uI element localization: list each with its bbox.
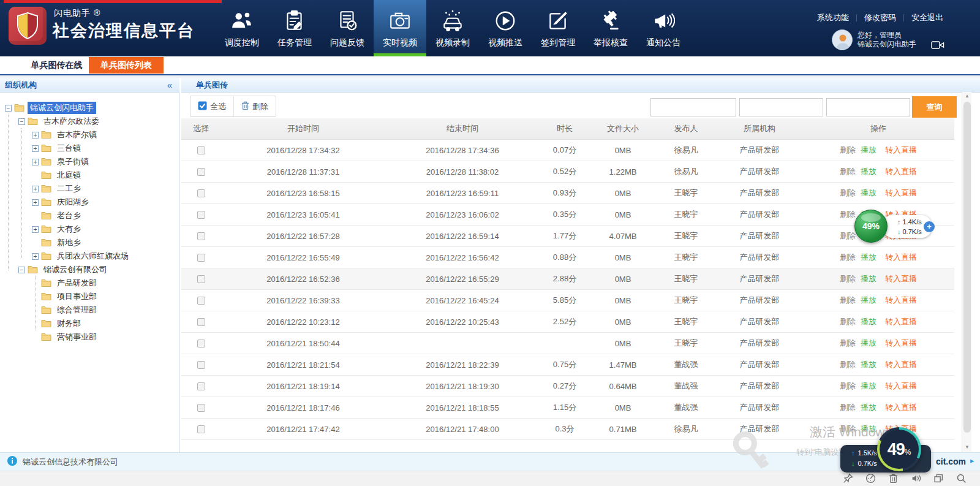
- tree-node[interactable]: +吉木萨尔镇: [32, 128, 99, 142]
- nav-item-play[interactable]: 视频推送: [479, 0, 532, 56]
- expand-node-icon[interactable]: +: [32, 226, 39, 233]
- action-delete-link[interactable]: 删除: [840, 295, 856, 305]
- action-delete-link[interactable]: 删除: [840, 188, 856, 197]
- tree-node-label[interactable]: 综合管理部: [55, 304, 99, 316]
- net-widget-percent-bubble[interactable]: 49%: [854, 210, 888, 243]
- action-to-live-link[interactable]: 转入直播: [885, 252, 917, 262]
- top-link-2[interactable]: 修改密码: [857, 12, 903, 23]
- expand-node-icon[interactable]: +: [32, 132, 39, 139]
- row-checkbox[interactable]: [197, 189, 205, 197]
- camcorder-icon[interactable]: [931, 40, 944, 52]
- action-to-live-link[interactable]: 转入直播: [885, 381, 917, 390]
- tree-node[interactable]: 产品研发部: [32, 276, 99, 290]
- expand-node-icon[interactable]: +: [32, 159, 39, 165]
- tree-node-label[interactable]: 兵团农六师红旗农场: [55, 250, 131, 262]
- tree-node[interactable]: +庆阳湖乡: [32, 196, 91, 209]
- action-to-live-link[interactable]: 转入直播: [885, 274, 917, 283]
- footer-copyright-domain[interactable]: cit.com: [936, 457, 966, 466]
- row-checkbox[interactable]: [197, 275, 205, 283]
- collapse-node-icon[interactable]: −: [5, 105, 12, 112]
- tree-node-label[interactable]: 财务部: [55, 317, 83, 330]
- action-play-link[interactable]: 播放: [861, 317, 876, 326]
- action-delete-link[interactable]: 删除: [840, 252, 856, 262]
- nav-item-camera[interactable]: 实时视频: [374, 0, 426, 56]
- floating-net-speed-widget[interactable]: ↑1.4K/s ↓0.7K/s 49% +: [854, 210, 934, 243]
- action-delete-link[interactable]: 删除: [840, 274, 856, 283]
- action-to-live-link[interactable]: 转入直播: [885, 167, 917, 176]
- top-link-1[interactable]: 系统功能: [810, 12, 856, 23]
- expand-node-icon[interactable]: +: [32, 186, 39, 192]
- nav-item-car[interactable]: 视频录制: [426, 0, 479, 56]
- action-delete-link[interactable]: 删除: [840, 360, 856, 369]
- collapse-sidebar-button[interactable]: «: [167, 80, 172, 89]
- tree-node-label[interactable]: 锦诚云创闪电助手: [28, 102, 96, 114]
- action-play-link[interactable]: 播放: [861, 360, 876, 369]
- tree-node[interactable]: 财务部: [32, 317, 83, 330]
- select-all-button[interactable]: 全选: [190, 96, 233, 116]
- tree-node-label[interactable]: 三台镇: [55, 142, 83, 154]
- tree-node-label[interactable]: 锦诚云创有限公司: [41, 264, 110, 276]
- window-icon[interactable]: [933, 473, 944, 484]
- tree-node-label[interactable]: 吉木萨尔镇: [55, 129, 99, 141]
- nav-item-task[interactable]: 任务管理: [268, 0, 321, 56]
- action-play-link[interactable]: 播放: [861, 403, 876, 412]
- action-to-live-link[interactable]: 转入直播: [885, 338, 917, 347]
- tree-node[interactable]: −吉木萨尔政法委: [18, 115, 102, 128]
- action-to-live-link[interactable]: 转入直播: [885, 145, 917, 154]
- speed-dial-icon[interactable]: [865, 473, 876, 484]
- tree-node-label[interactable]: 二工乡: [55, 183, 83, 195]
- action-to-live-link[interactable]: 转入直播: [885, 360, 917, 369]
- expand-node-icon[interactable]: +: [32, 199, 39, 206]
- top-link-3[interactable]: 安全退出: [904, 12, 951, 23]
- action-play-link[interactable]: 播放: [861, 145, 876, 154]
- filter-input-2[interactable]: [739, 98, 823, 116]
- nav-item-gavel[interactable]: 举报核查: [584, 0, 637, 56]
- query-button[interactable]: 查询: [912, 96, 957, 118]
- tree-node-label[interactable]: 产品研发部: [55, 277, 99, 289]
- tree-node[interactable]: +二工乡: [32, 182, 83, 196]
- collapse-node-icon[interactable]: −: [18, 267, 25, 273]
- action-delete-link[interactable]: 删除: [840, 167, 856, 176]
- tree-node-label[interactable]: 庆阳湖乡: [55, 196, 91, 208]
- tree-node-label[interactable]: 老台乡: [55, 210, 83, 222]
- tree-node-label[interactable]: 吉木萨尔政法委: [41, 115, 102, 127]
- action-delete-link[interactable]: 删除: [840, 317, 856, 326]
- action-play-link[interactable]: 播放: [861, 167, 876, 176]
- tree-node[interactable]: 新地乡: [32, 236, 83, 249]
- row-checkbox[interactable]: [197, 297, 205, 305]
- row-checkbox[interactable]: [197, 425, 205, 433]
- avatar[interactable]: [832, 29, 853, 50]
- net-widget-plus-button[interactable]: +: [924, 221, 935, 232]
- row-checkbox[interactable]: [197, 361, 205, 369]
- tree-node-label[interactable]: 北庭镇: [55, 169, 83, 181]
- vertical-scrollbar[interactable]: ▲ ▼: [962, 92, 971, 452]
- pin-icon[interactable]: [843, 473, 853, 484]
- usage-percent-widget[interactable]: 49 %: [877, 427, 921, 471]
- footer-arrow-icon[interactable]: ▸: [970, 456, 974, 465]
- nav-item-megaphone[interactable]: 通知公告: [637, 0, 690, 56]
- row-checkbox[interactable]: [197, 232, 205, 240]
- tree-node[interactable]: +兵团农六师红旗农场: [32, 249, 131, 263]
- action-play-link[interactable]: 播放: [861, 252, 876, 262]
- action-delete-link[interactable]: 删除: [840, 381, 856, 390]
- action-play-link[interactable]: 播放: [861, 188, 876, 197]
- tree-node[interactable]: 老台乡: [32, 209, 83, 222]
- tree-node-label[interactable]: 大有乡: [55, 223, 83, 235]
- delete-selected-button[interactable]: 删除: [233, 96, 276, 116]
- tree-node-label[interactable]: 新地乡: [55, 237, 83, 249]
- action-delete-link[interactable]: 删除: [840, 338, 856, 347]
- filter-input-1[interactable]: [650, 98, 736, 116]
- filter-input-3[interactable]: [826, 98, 910, 116]
- action-to-live-link[interactable]: 转入直播: [885, 403, 917, 412]
- tree-node[interactable]: −锦诚云创闪电助手: [5, 101, 96, 115]
- tab-danbing-list[interactable]: 单兵图传列表: [89, 57, 164, 74]
- action-delete-link[interactable]: 删除: [840, 231, 856, 240]
- search-icon[interactable]: [956, 473, 967, 484]
- action-to-live-link[interactable]: 转入直播: [885, 317, 917, 326]
- action-play-link[interactable]: 播放: [861, 274, 876, 283]
- tree-node[interactable]: 北庭镇: [32, 169, 83, 182]
- tree-node-label[interactable]: 营销事业部: [55, 331, 99, 343]
- tree-node-label[interactable]: 项目事业部: [55, 290, 99, 303]
- scroll-down-arrow[interactable]: ▼: [962, 443, 972, 452]
- expand-node-icon[interactable]: +: [32, 145, 39, 152]
